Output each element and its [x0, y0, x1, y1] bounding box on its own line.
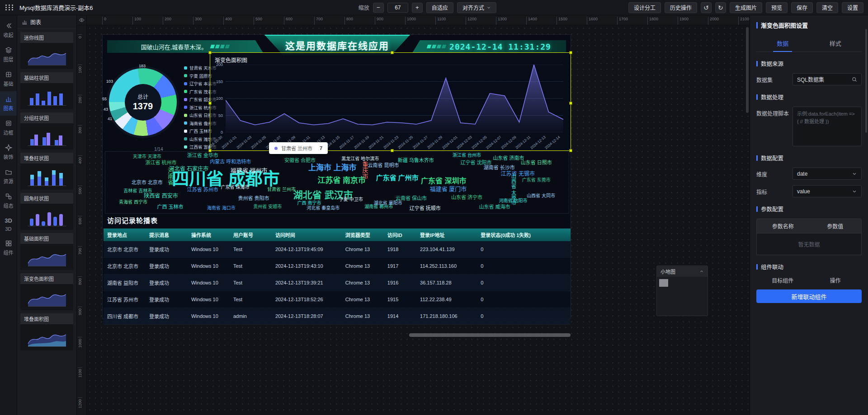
undo-icon[interactable]: ↺	[701, 2, 712, 13]
legend-dot	[184, 114, 187, 117]
donut-chart-component[interactable]: 总计 1379 183103554341 甘肃省 天水市宁夏 固原市辽宁省 本溪…	[107, 60, 214, 157]
chart-template-基础面积图[interactable]: 基础面积图	[20, 233, 73, 270]
tab-data[interactable]: 数据	[756, 35, 809, 51]
deco-squares	[427, 45, 446, 48]
table-header-cell: 访问时间	[272, 228, 342, 241]
table-cell: Chrome 13	[342, 275, 384, 291]
canvas-viewport[interactable]: 国破山河在,城春草木深。 这是用数据库在线应用 2024-12-14 11:31…	[87, 25, 750, 415]
nav-item-collapse[interactable]: 收起	[0, 18, 17, 42]
metric-select[interactable]: value	[793, 185, 862, 197]
history-button[interactable]: 历史操作	[665, 2, 697, 13]
wordcloud-word: 广东省 珠海市	[221, 185, 250, 190]
chart-template-thumbnail	[20, 204, 73, 230]
wordcloud-component[interactable]: 四川省 成都市湖北省 武汉市江苏省 南京市上海市 上海市广东省 广州市广东省 深…	[105, 151, 569, 214]
nav-item-border[interactable]: 边框	[0, 116, 17, 140]
nav-item-decorate[interactable]: 装饰	[0, 140, 17, 164]
vertical-scrollbar[interactable]	[746, 27, 749, 113]
nav-item-layers[interactable]: 图层	[0, 42, 17, 67]
nav-item-charts[interactable]: 图表	[0, 91, 17, 116]
redo-icon[interactable]: ↻	[715, 2, 726, 13]
dataset-select[interactable]: SQL数据集	[793, 73, 862, 85]
table-cell: 2024-12-13T19:39:21	[272, 275, 342, 291]
chart-template-堆叠面积图[interactable]: 堆叠面积图	[20, 313, 73, 350]
zoom-out-button[interactable]: −	[373, 3, 384, 13]
chart-template-圆角柱状图[interactable]: 圆角柱状图	[20, 193, 73, 230]
nav-item-basic[interactable]: 基础	[0, 67, 17, 91]
generate-image-button[interactable]: 生成图片	[730, 2, 762, 13]
resize-handle[interactable]	[208, 149, 212, 152]
chart-template-迷你线图[interactable]: 迷你线图	[20, 32, 73, 69]
chart-template-label: 堆叠面积图	[20, 313, 73, 324]
canvas-region: 0100200300400500600700800900100011001200…	[77, 15, 750, 415]
minimap-header[interactable]: 小地图	[657, 266, 708, 277]
charts-icon	[5, 95, 12, 103]
horizontal-scrollbar[interactable]	[409, 333, 571, 337]
fit-button[interactable]: 自适应	[426, 2, 453, 13]
table-header-cell: 用户账号	[230, 228, 272, 241]
design-split-button[interactable]: 设计分工	[628, 2, 661, 13]
wordcloud-word: 重庆市	[362, 161, 368, 179]
x-axis-label: 2024-11-03	[236, 135, 252, 150]
table-cell: 登录成功	[146, 308, 188, 325]
zoom-value[interactable]: 67	[387, 3, 408, 13]
chart-template-基础柱状图[interactable]: 基础柱状图	[20, 72, 73, 109]
record-table-component[interactable]: 访问记录轮播表 登录地点提示消息操作系统用户账号访问时间浏览器类型访问ID登录I…	[104, 215, 571, 318]
linkage-header: 目标组件 操作	[756, 276, 862, 284]
guides-toggle[interactable]	[77, 15, 87, 25]
zoom-label: 缩放	[359, 4, 369, 11]
gradient-area-chart-component[interactable]: 渐变色面积图 050100150200 2024-10-302024-11-01…	[210, 53, 571, 150]
chart-template-分组柱状图[interactable]: 分组柱状图	[20, 112, 73, 149]
resize-handle[interactable]	[391, 149, 394, 152]
settings-panel: 渐变色面积图设置 数据 样式 数据来源 数据集 SQL数据集 数据处理 数据处理…	[750, 15, 868, 415]
table-cell: 2024-12-13T19:43:10	[272, 258, 342, 275]
nav-item-composite[interactable]: 组态	[0, 189, 17, 213]
clear-button[interactable]: 清空	[816, 2, 838, 13]
minimap-body[interactable]	[657, 277, 708, 316]
wordcloud-word: 河北省 石家庄市	[169, 166, 208, 172]
ruler-vertical[interactable]: 0100200300400500600700800900100011001200	[77, 25, 87, 415]
settings-button[interactable]: 设置	[842, 2, 863, 13]
chevron-down-icon	[852, 189, 857, 194]
resize-handle[interactable]	[391, 51, 394, 54]
nav-item-three-d[interactable]: 3D3D	[0, 213, 17, 236]
wordcloud-word: 甘肃省 兰州市	[267, 187, 296, 192]
resize-handle[interactable]	[208, 51, 212, 54]
resize-handle[interactable]	[208, 102, 212, 105]
table-cell: 2024-12-13T18:28:07	[272, 308, 342, 325]
table-header-cell: 登录IP地址	[416, 228, 477, 241]
wordcloud-word: 江苏省 无锡市	[501, 171, 535, 177]
ruler-horizontal[interactable]: 0100200300400500600700800900100011001200…	[87, 15, 750, 25]
align-dropdown[interactable]: 对齐方式	[457, 2, 496, 13]
three-d-icon: 3D	[5, 217, 12, 224]
chart-template-堆叠柱状图[interactable]: 堆叠柱状图	[20, 153, 73, 190]
app-menu-icon[interactable]	[5, 5, 14, 10]
resize-handle[interactable]	[569, 102, 572, 105]
table-cell: 0	[477, 258, 571, 275]
zoom-in-button[interactable]: +	[412, 3, 423, 13]
script-textarea[interactable]: 示例:data.forEach(item => { // 数据处理 })	[793, 107, 862, 146]
chart-template-渐变色面积图[interactable]: 渐变色面积图	[20, 273, 73, 310]
add-linkage-button[interactable]: 新增联动组件	[756, 289, 862, 303]
nav-item-widgets[interactable]: 组件	[0, 236, 17, 260]
chart-template-thumbnail	[20, 163, 73, 190]
resize-handle[interactable]	[569, 51, 572, 54]
nav-item-resource[interactable]: 资源	[0, 164, 17, 189]
wordcloud-word: 辽宁省 抚顺市	[410, 206, 441, 211]
dataset-label: 数据集	[756, 73, 793, 85]
y-axis-label: 0	[211, 130, 223, 135]
tab-style[interactable]: 样式	[809, 35, 862, 51]
search-icon[interactable]	[852, 77, 857, 82]
table-cell: 36.157.118.28	[416, 275, 477, 291]
chart-panel-title: 图表	[30, 18, 41, 26]
preview-button[interactable]: 预览	[766, 2, 788, 13]
minimap-screen-thumb	[659, 279, 668, 287]
settings-scrollbar[interactable]	[865, 29, 867, 133]
header-right-banner: 2024-12-14 11:31:29	[412, 40, 566, 53]
header-left-text: 国破山河在,城春草木深。	[141, 42, 208, 51]
dashboard-screen[interactable]: 国破山河在,城春草木深。 这是用数据库在线应用 2024-12-14 11:31…	[102, 34, 571, 319]
resize-handle[interactable]	[569, 149, 572, 152]
x-axis-label: 2024-12-07	[486, 135, 502, 150]
dimension-select[interactable]: date	[793, 168, 862, 180]
save-button[interactable]: 保存	[791, 2, 813, 13]
legend-dot	[184, 90, 187, 93]
